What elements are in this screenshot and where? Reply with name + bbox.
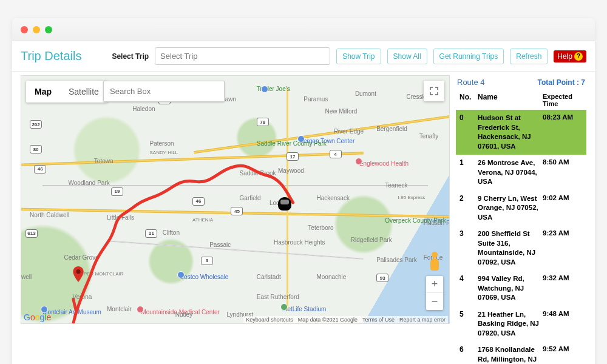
destination-pin xyxy=(73,266,84,282)
table-row[interactable]: 29 Cherry Ln, West Orange, NJ 07052, USA… xyxy=(456,190,586,226)
page-title: Trip Details xyxy=(21,49,81,63)
map-type-switch: Map Satellite xyxy=(26,81,107,103)
stop-time: 9:23 AM xyxy=(543,229,583,237)
fullscreen-button[interactable] xyxy=(424,81,444,101)
show-trip-button[interactable]: Show Trip xyxy=(336,49,381,64)
stop-no: 2 xyxy=(459,194,478,203)
map-type-map[interactable]: Map xyxy=(26,81,60,103)
stop-name: 200 Sheffield St Suite 316, Mountainside… xyxy=(478,229,543,267)
stops-sidebar: Route 4 Total Point : 7 No. Name Expecte… xyxy=(450,75,586,364)
stop-no: 5 xyxy=(459,310,478,318)
stop-time: 9:52 AM xyxy=(543,345,583,352)
map[interactable]: Williamsburg Haledon Fair Lawn Trader Jo… xyxy=(21,75,450,324)
zoom-out-button[interactable]: − xyxy=(426,293,443,310)
refresh-button[interactable]: Refresh xyxy=(510,49,548,64)
google-logo: Google xyxy=(24,312,51,322)
help-button[interactable]: Help ? xyxy=(554,50,586,62)
window-close-dot[interactable] xyxy=(21,26,28,33)
table-row[interactable]: 3200 Sheffield St Suite 316, Mountainsid… xyxy=(456,226,586,271)
stop-name: 1768 Knollandale Rd, Millington, NJ 0794… xyxy=(478,345,543,364)
window-max-dot[interactable] xyxy=(45,26,52,33)
zoom-in-button[interactable]: + xyxy=(426,276,443,293)
total-points: Total Point : 7 xyxy=(538,78,585,87)
table-row[interactable]: 126 Montrose Ave, Verona, NJ 07044, USA8… xyxy=(456,155,586,190)
map-attribution: Map data ©2021 Google xyxy=(298,317,358,323)
map-search-input[interactable] xyxy=(103,81,225,102)
trip-select[interactable] xyxy=(155,47,330,65)
app-window: Trip Details Select Trip Show Trip Show … xyxy=(12,18,595,364)
report-error-link[interactable]: Report a map error xyxy=(399,317,446,323)
vehicle-marker xyxy=(278,197,291,211)
stop-no: 0 xyxy=(459,113,478,122)
stop-time: 08:23 AM xyxy=(543,113,583,121)
zoom-controls: + − xyxy=(426,276,443,310)
stop-name: 26 Montrose Ave, Verona, NJ 07044, USA xyxy=(478,158,543,187)
pegman-icon[interactable] xyxy=(426,252,443,275)
running-trips-button[interactable]: Get Running Trips xyxy=(433,49,504,64)
titlebar xyxy=(12,18,595,41)
stop-time: 9:02 AM xyxy=(543,194,583,201)
help-label: Help xyxy=(557,52,572,61)
table-header: No. Name Expected Time xyxy=(456,90,586,110)
table-row[interactable]: 0Hudson St at Frederick St, Hackensack, … xyxy=(456,110,586,155)
table-row[interactable]: 61768 Knollandale Rd, Millington, NJ 079… xyxy=(456,342,586,364)
table-row[interactable]: 521 Heather Ln, Basking Ridge, NJ 07920,… xyxy=(456,306,586,342)
window-min-dot[interactable] xyxy=(33,26,40,33)
stop-no: 6 xyxy=(459,345,478,354)
content: Williamsburg Haledon Fair Lawn Trader Jo… xyxy=(12,72,595,364)
select-trip-label: Select Trip xyxy=(112,52,149,61)
stop-time: 9:32 AM xyxy=(543,274,583,281)
col-no: No. xyxy=(459,93,478,107)
show-all-button[interactable]: Show All xyxy=(387,49,427,64)
stop-name: 9 Cherry Ln, West Orange, NJ 07052, USA xyxy=(478,194,543,223)
toolbar: Trip Details Select Trip Show Trip Show … xyxy=(12,41,595,72)
help-icon: ? xyxy=(574,52,583,61)
map-type-satellite[interactable]: Satellite xyxy=(60,81,107,103)
stops-list: 0Hudson St at Frederick St, Hackensack, … xyxy=(456,110,586,364)
table-row[interactable]: 4994 Valley Rd, Watchung, NJ 07069, USA9… xyxy=(456,271,586,306)
stop-no: 1 xyxy=(459,158,478,167)
stop-no: 4 xyxy=(459,274,478,283)
route-name: Route 4 xyxy=(457,78,485,87)
col-name: Name xyxy=(478,93,543,107)
keyboard-shortcuts-link[interactable]: Keyboard shortcuts xyxy=(246,317,293,323)
stop-name: Hudson St at Frederick St, Hackensack, N… xyxy=(478,113,543,151)
stop-name: 21 Heather Ln, Basking Ridge, NJ 07920, … xyxy=(478,310,543,339)
terms-link[interactable]: Terms of Use xyxy=(362,317,395,323)
stop-time: 8:50 AM xyxy=(543,158,583,166)
svg-point-0 xyxy=(76,269,80,274)
stop-time: 9:48 AM xyxy=(543,310,583,317)
stop-no: 3 xyxy=(459,229,478,238)
stop-name: 994 Valley Rd, Watchung, NJ 07069, USA xyxy=(478,274,543,303)
map-footer: Keyboard shortcuts Map data ©2021 Google… xyxy=(243,316,448,323)
col-time: Expected Time xyxy=(543,93,583,107)
route-line xyxy=(21,76,449,323)
